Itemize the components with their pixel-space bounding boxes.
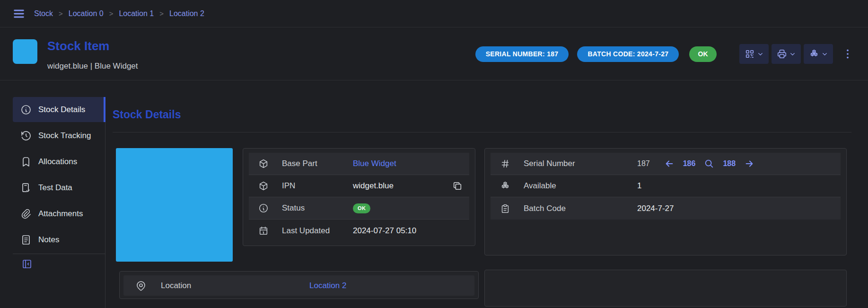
- location-card: Location Location 2: [119, 271, 479, 299]
- menu-icon[interactable]: [12, 7, 26, 20]
- printer-icon: [777, 49, 787, 59]
- location-row: Location Location 2: [123, 275, 474, 296]
- serial-number-badge: SERIAL NUMBER: 187: [475, 46, 569, 62]
- arrow-left-icon[interactable]: [664, 158, 675, 169]
- header-actions: SERIAL NUMBER: 187 BATCH CODE: 2024-7-27…: [475, 27, 854, 80]
- location-link[interactable]: Location 2: [309, 281, 346, 290]
- info-circle-icon: [20, 104, 32, 115]
- info-circle-icon: [258, 203, 269, 213]
- available-value: 1: [637, 181, 641, 191]
- batch-code-label: Batch Code: [524, 204, 637, 213]
- status-label: Status: [282, 203, 353, 213]
- box-icon: [258, 158, 269, 169]
- batch-code-value: 2024-7-27: [637, 204, 674, 213]
- history-icon: [20, 130, 32, 141]
- serial-prev-link[interactable]: 186: [683, 159, 696, 168]
- stock-details-card: Serial Number 187 186 188 Available 1 Ba…: [484, 148, 847, 255]
- paperclip-icon: [20, 208, 32, 220]
- last-updated-label: Last Updated: [282, 226, 353, 236]
- part-details-card: Base Part Blue Widget IPN widget.blue St…: [243, 148, 475, 246]
- chevron-down-icon: [757, 51, 764, 58]
- empty-detail-card: [484, 270, 847, 307]
- barcode-actions-button[interactable]: [739, 44, 769, 64]
- batch-code-row: Batch Code 2024-7-27: [491, 197, 841, 220]
- sidebar-item-notes[interactable]: Notes: [13, 227, 105, 252]
- last-updated-row: Last Updated 2024-07-27 05:10: [249, 220, 469, 242]
- status-ok-chip: OK: [353, 203, 370, 213]
- search-icon[interactable]: [704, 158, 714, 169]
- panel-title: Stock Details: [113, 108, 181, 121]
- sidebar-item-attachments[interactable]: Attachments: [13, 201, 105, 226]
- chevron-down-icon: [789, 51, 796, 58]
- qrcode-icon: [745, 49, 755, 59]
- packages-icon: [809, 49, 819, 59]
- stock-actions-button[interactable]: [804, 44, 833, 64]
- sidebar-item-label: Stock Tracking: [38, 131, 91, 141]
- last-updated-value: 2024-07-27 05:10: [353, 226, 416, 236]
- serial-number-row: Serial Number 187 186 188: [491, 153, 841, 175]
- status-row: Status OK: [249, 197, 469, 220]
- ipn-label: IPN: [282, 181, 353, 191]
- sidebar-item-label: Attachments: [38, 209, 83, 219]
- part-image[interactable]: [116, 148, 233, 262]
- ipn-row: IPN widget.blue: [249, 175, 469, 197]
- map-pin-icon: [135, 280, 147, 291]
- serial-next-link[interactable]: 188: [723, 159, 736, 168]
- copy-icon[interactable]: [452, 181, 463, 191]
- print-actions-button[interactable]: [772, 44, 801, 64]
- breadcrumb-location-1[interactable]: Location 1: [119, 9, 154, 18]
- page-header: Stock Item widget.blue | Blue Widget SER…: [0, 27, 868, 80]
- base-part-row: Base Part Blue Widget: [249, 153, 469, 175]
- page-subtitle: widget.blue | Blue Widget: [47, 62, 138, 71]
- sidebar-collapse-icon[interactable]: [21, 258, 33, 270]
- top-navbar: Stock > Location 0 > Location 1 > Locati…: [0, 0, 868, 27]
- available-label: Available: [524, 181, 637, 191]
- status-ok-badge: OK: [689, 46, 717, 62]
- sidebar-item-label: Test Data: [38, 183, 72, 193]
- breadcrumb-stock[interactable]: Stock: [34, 9, 53, 18]
- breadcrumb-location-0[interactable]: Location 0: [69, 9, 104, 18]
- sidebar-item-label: Allocations: [38, 157, 77, 167]
- sidebar-bottom-divider: [13, 254, 105, 254]
- location-label: Location: [161, 281, 309, 290]
- sidebar-item-stock-details[interactable]: Stock Details: [13, 97, 105, 122]
- panel-divider: [113, 132, 851, 132]
- more-actions-menu[interactable]: [842, 46, 854, 62]
- packages-icon: [500, 181, 510, 191]
- page-title: Stock Item: [47, 39, 110, 53]
- base-part-link[interactable]: Blue Widget: [353, 159, 396, 168]
- ipn-value: widget.blue: [353, 181, 394, 191]
- serial-current-value: 187: [637, 159, 650, 168]
- file-check-icon: [20, 182, 32, 194]
- breadcrumb-separator: >: [59, 9, 63, 18]
- serial-number-label: Serial Number: [524, 159, 637, 168]
- breadcrumb: Stock > Location 0 > Location 1 > Locati…: [34, 9, 204, 18]
- part-thumbnail[interactable]: [13, 39, 37, 64]
- serial-navigation: 187 186 188: [637, 158, 754, 169]
- bookmark-icon: [20, 156, 32, 167]
- sidebar-item-label: Stock Details: [38, 105, 85, 114]
- sidebar-item-allocations[interactable]: Allocations: [13, 149, 105, 174]
- sidebar-nav: Stock Details Stock Tracking Allocations…: [13, 97, 105, 252]
- breadcrumb-separator: >: [159, 9, 164, 18]
- base-part-label: Base Part: [282, 159, 353, 168]
- chevron-down-icon: [821, 51, 828, 58]
- box-icon: [258, 181, 269, 191]
- breadcrumb-location-2[interactable]: Location 2: [169, 9, 204, 18]
- hash-icon: [500, 158, 510, 169]
- available-row: Available 1: [491, 175, 841, 197]
- notes-icon: [20, 234, 32, 246]
- clipboard-icon: [500, 203, 510, 214]
- batch-code-badge: BATCH CODE: 2024-7-27: [577, 46, 679, 62]
- calendar-icon: [258, 226, 269, 236]
- sidebar-item-label: Notes: [38, 235, 59, 245]
- sidebar-item-test-data[interactable]: Test Data: [13, 175, 105, 200]
- sidebar-item-stock-tracking[interactable]: Stock Tracking: [13, 123, 105, 148]
- arrow-right-icon[interactable]: [744, 158, 754, 169]
- breadcrumb-separator: >: [109, 9, 114, 18]
